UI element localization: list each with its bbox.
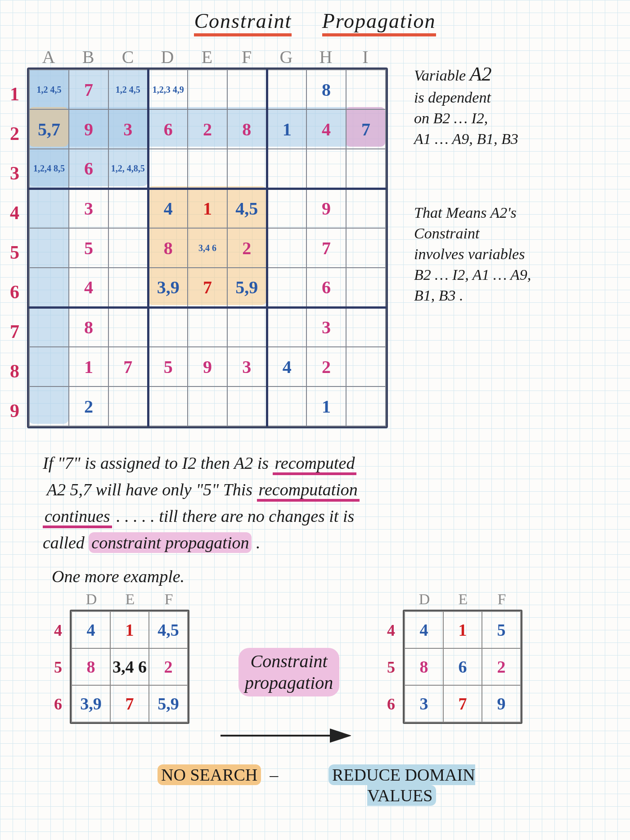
grid-cell: 9 [69,109,108,149]
grid-cell: 7 [443,685,482,722]
grid-cell: 8 [148,228,188,268]
grid-cell: 5 [69,228,108,268]
grid-cell [227,386,267,426]
title-word-1: Constraint [194,9,292,36]
grid-column-headers: ABCDEFGHI [29,46,385,67]
row-label: 8 [10,351,19,391]
grid-cell: 9 [306,189,346,228]
col-label: E [187,46,227,67]
grid-cell [227,149,267,189]
grid-cell [188,149,227,189]
grid-cell: 4 [69,268,108,307]
grid-cell: 8 [306,70,346,109]
grid-cell [148,386,188,426]
col-label: H [306,46,346,67]
grid-cell: 5,9 [149,685,188,722]
title-word-2: Propagation [322,9,436,36]
grid-cell: 5,9 [227,268,267,307]
grid-cell [267,307,306,347]
grid-cell: 9 [482,685,521,722]
grid-cell: 5 [482,611,521,648]
grid-cell [188,386,227,426]
note-a2-constraint: That Means A2's Constraint involves vari… [414,202,621,305]
grid-cell: 3 [69,189,108,228]
grid-cell [148,307,188,347]
grid-cell: 2 [188,109,227,149]
col-label: D [148,46,187,67]
col-label: F [227,46,266,67]
grid-cell: 8 [69,307,108,347]
grid-cell: 4 [148,189,188,228]
grid-cell: 3 [108,109,148,149]
grid-cell: 1 [267,109,306,149]
grid-cell: 7 [108,347,148,386]
grid-cell [346,228,386,268]
grid-cell [267,189,306,228]
grid-cell: 7 [69,70,108,109]
grid-cell: 1,2 4,5 [108,70,148,109]
grid-cell [29,268,69,307]
grid-cell: 6 [443,648,482,685]
grid-cell: 6 [69,149,108,189]
grid-cell: 4 [72,611,110,648]
grid-cell: 2 [306,347,346,386]
mini-left-rows: 456 [54,612,62,723]
grid-cell: 3,4 6 [110,648,149,685]
grid-cell [227,70,267,109]
grid-cell: 3 [405,685,443,722]
grid-cell: 1,2,3 4,9 [148,70,188,109]
page-title: Constraint Propagation [0,9,630,33]
col-label: G [266,46,306,67]
grid-cell: 2 [227,228,267,268]
mini-grid-before: 414,583,4 623,975,9 [70,610,189,724]
row-label: 5 [10,233,19,272]
arrow-icon [216,724,351,747]
grid-cell: 4 [267,347,306,386]
note-variable-a2: Variable A2 is dependent on B2 … I2, A1 … [414,61,621,149]
grid-cell: 8 [72,648,110,685]
grid-cell [108,307,148,347]
grid-cell [29,307,69,347]
grid-cell [108,268,148,307]
grid-cell: 8 [227,109,267,149]
explanation-paragraph: If "7" is assigned to I2 then A2 is reco… [43,450,583,556]
grid-cell: 1,2,4 8,5 [29,149,69,189]
grid-row-headers: 1 2 3 4 5 6 7 8 9 [10,74,19,431]
grid-cell: 1 [306,386,346,426]
grid-cell: 5 [148,347,188,386]
grid-cell: 1,2, 4,8,5 [108,149,148,189]
grid-cell: 3 [227,347,267,386]
mini-right-rows: 456 [387,612,395,723]
grid-cell [267,386,306,426]
grid-cell [108,189,148,228]
grid-cell [306,149,346,189]
row-label: 9 [10,391,19,431]
grid-cell [29,347,69,386]
row-label: 4 [10,193,19,233]
reduce-domain-label: REDUCE DOMAINVALUES [328,765,475,806]
grid-cell: 4 [405,611,443,648]
grid-cell: 1 [188,189,227,228]
grid-cell [346,70,386,109]
col-label: A [29,46,68,67]
grid-cell: 1 [69,347,108,386]
svg-marker-1 [331,730,349,741]
grid-cell: 2 [69,386,108,426]
row-label: 7 [10,312,19,351]
grid-cell [29,189,69,228]
grid-cell: 7 [346,109,386,149]
grid-cell: 4 [306,109,346,149]
no-search-label: NO SEARCH – [158,765,278,785]
grid-cell: 6 [148,109,188,149]
grid-cell: 3,4 6 [188,228,227,268]
grid-cell [267,228,306,268]
row-label: 2 [10,114,19,153]
mini-left-cols: DEF [72,591,188,608]
grid-cell [108,386,148,426]
grid-cell: 1 [443,611,482,648]
grid-cell [346,347,386,386]
grid-cell: 4,5 [149,611,188,648]
grid-cell [346,307,386,347]
row-label: 3 [10,153,19,193]
one-more-example: One more example. [52,563,592,590]
